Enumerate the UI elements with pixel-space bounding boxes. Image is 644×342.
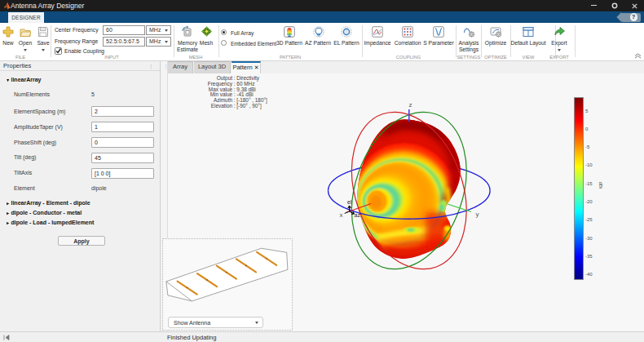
svg-text:el: el [347,199,352,205]
svg-text:az: az [355,212,361,218]
svg-text:z: z [409,101,412,109]
svg-text:y: y [476,211,479,218]
svg-text:x: x [340,211,343,219]
